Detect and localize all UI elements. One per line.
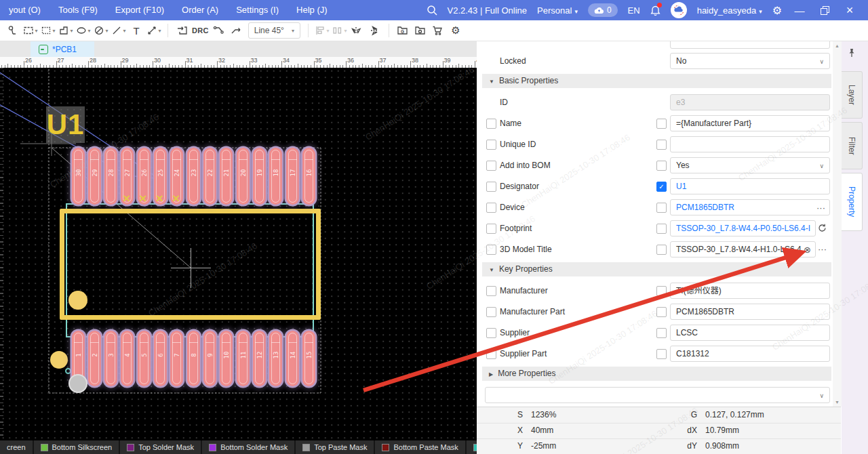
pad-22[interactable]: 22 bbox=[203, 148, 216, 205]
distribute-tool-icon[interactable]: ▾ bbox=[332, 22, 347, 39]
flip-vertical-icon[interactable] bbox=[368, 22, 382, 39]
flip-horizontal-icon[interactable] bbox=[350, 22, 365, 39]
scroll-up-icon[interactable]: ▲ bbox=[833, 43, 842, 48]
row-checkbox-device[interactable] bbox=[486, 203, 496, 213]
line-tool-icon[interactable]: ▾ bbox=[111, 22, 126, 39]
language-toggle[interactable]: EN bbox=[628, 5, 640, 16]
ellipse-tool-icon[interactable]: ▾ bbox=[76, 22, 91, 39]
partial-input[interactable] bbox=[670, 41, 830, 49]
manufacturer-input[interactable]: TI(德州仪器) bbox=[670, 283, 830, 299]
value-checkbox-designator[interactable]: ✓ bbox=[656, 182, 667, 192]
id-input[interactable]: e3 bbox=[670, 94, 830, 110]
pad-18[interactable]: 18 bbox=[269, 148, 282, 205]
side-tab-layer[interactable]: Layer bbox=[842, 71, 863, 119]
pad-10[interactable]: 10 bbox=[220, 331, 233, 386]
layer-tab-top-paste-mask[interactable]: Top Paste Mask bbox=[296, 440, 374, 454]
layer-tab-bottom-solder-mask[interactable]: Bottom Solder Mask bbox=[202, 440, 294, 454]
polygon-tool-icon[interactable]: ▾ bbox=[58, 22, 73, 39]
pad-8[interactable]: 8 bbox=[187, 331, 200, 386]
menu-item-helpj[interactable]: Help (J) bbox=[288, 0, 336, 20]
pad-28[interactable]: 28 bbox=[104, 148, 117, 205]
generate-fabrication-icon[interactable]: G bbox=[395, 22, 410, 39]
pad-12[interactable]: 12 bbox=[253, 331, 266, 386]
text-tool-icon[interactable]: T bbox=[129, 22, 144, 39]
drc-check-icon[interactable]: DRC bbox=[192, 22, 209, 39]
username-dropdown[interactable]: haidy_easyeda▾ bbox=[697, 5, 762, 16]
row-checkbox-supplier[interactable] bbox=[486, 328, 496, 338]
pad-9[interactable]: 9 bbox=[203, 331, 216, 386]
pad-4[interactable]: 4 bbox=[121, 331, 134, 386]
avatar[interactable] bbox=[671, 2, 687, 18]
align-tool-icon[interactable]: ▾ bbox=[315, 22, 330, 39]
pad-tool-icon[interactable] bbox=[5, 22, 20, 39]
row-checkbox-footprint[interactable] bbox=[486, 224, 496, 234]
designator-label[interactable]: U1 bbox=[46, 106, 85, 143]
pad-5[interactable]: 5 bbox=[138, 331, 151, 386]
unique-id-input[interactable] bbox=[670, 136, 830, 152]
value-checkbox-unique-id[interactable] bbox=[656, 140, 667, 150]
supplier-input[interactable]: LCSC bbox=[670, 325, 830, 341]
footprint-input[interactable]: TSSOP-30_L7.8-W4.4-P0.50-LS6.4-I bbox=[670, 220, 816, 236]
section-header-basic-properties[interactable]: ▼Basic Properties bbox=[482, 74, 831, 88]
layer-tab-top-as[interactable]: Top As bbox=[467, 440, 477, 454]
pad-2[interactable]: 2 bbox=[88, 331, 101, 386]
import-changes-icon[interactable] bbox=[174, 22, 189, 39]
value-checkbox-device[interactable] bbox=[656, 203, 667, 213]
route-45-tool-icon[interactable] bbox=[229, 22, 244, 39]
pad-30[interactable]: 30 bbox=[72, 148, 85, 205]
pad-14[interactable]: 14 bbox=[286, 331, 299, 386]
3d-model-title-input[interactable]: TSSOP-30_L7.8-W4.4-H1.0-LS6.4⊗ bbox=[670, 241, 816, 257]
value-checkbox-supplier-part[interactable] bbox=[656, 349, 667, 359]
plan-dropdown[interactable]: Personal▾ bbox=[537, 5, 578, 16]
layer-tab-top-solder-mask[interactable]: Top Solder Mask bbox=[120, 440, 201, 454]
section-header-key-properties[interactable]: ▼Key Properties bbox=[482, 262, 831, 276]
keepout-tool-icon[interactable]: ▾ bbox=[94, 22, 108, 39]
pad-13[interactable]: 13 bbox=[269, 331, 282, 386]
order-cart-icon[interactable] bbox=[431, 22, 446, 39]
more-options-icon[interactable]: ··· bbox=[816, 200, 825, 215]
toolbar-settings-gear-icon[interactable]: ⚙ bbox=[448, 22, 463, 39]
window-close-button[interactable]: × bbox=[842, 3, 857, 18]
more-options-icon[interactable]: ··· bbox=[818, 241, 827, 257]
pad-19[interactable]: 19 bbox=[253, 148, 266, 205]
row-checkbox-designator[interactable] bbox=[486, 182, 496, 192]
section-header-more-properties[interactable]: ▶More Properties bbox=[482, 367, 831, 381]
menu-item-youto[interactable]: yout (O) bbox=[0, 0, 50, 20]
pad-29[interactable]: 29 bbox=[88, 148, 101, 205]
row-checkbox-supplier-part[interactable] bbox=[486, 349, 496, 359]
pad-6[interactable]: 6 bbox=[154, 331, 167, 386]
value-checkbox-supplier[interactable] bbox=[656, 328, 667, 338]
export-file-icon[interactable] bbox=[413, 22, 428, 39]
refresh-footprint-icon[interactable] bbox=[818, 220, 827, 238]
value-checkbox-manufacturer[interactable] bbox=[656, 286, 667, 296]
menu-item-ordera[interactable]: Order (A) bbox=[173, 0, 227, 20]
row-checkbox-name[interactable] bbox=[486, 119, 496, 129]
add-into-bom-select[interactable]: Yes∨ bbox=[670, 157, 830, 173]
layer-tab-creen[interactable]: creen bbox=[0, 440, 33, 454]
select-region-tool-icon[interactable]: ▾ bbox=[41, 22, 56, 39]
pad-17[interactable]: 17 bbox=[286, 148, 299, 205]
locked-select[interactable]: No∨ bbox=[670, 53, 830, 69]
extra-select[interactable]: ∨ bbox=[485, 387, 830, 403]
pad-11[interactable]: 11 bbox=[237, 331, 250, 386]
panel-scrollbar[interactable]: ▲ ▼ bbox=[833, 41, 842, 407]
pcb-canvas[interactable]: 3029282726252423222120191817161234567891… bbox=[0, 68, 477, 440]
row-checkbox-add-into-bom[interactable] bbox=[486, 161, 496, 171]
pin-panel-icon[interactable] bbox=[847, 48, 856, 60]
value-checkbox-3d-model-title[interactable] bbox=[656, 245, 667, 255]
rect-tool-icon[interactable]: ▾ bbox=[23, 22, 38, 39]
side-tab-filter[interactable]: Filter bbox=[842, 122, 863, 169]
route-tool-icon[interactable] bbox=[212, 22, 226, 39]
row-checkbox-manufacturer[interactable] bbox=[486, 286, 496, 296]
scroll-down-icon[interactable]: ▼ bbox=[833, 400, 842, 405]
layer-tab-bottom-silkscreen[interactable]: Bottom Silkscreen bbox=[34, 440, 119, 454]
tab-pcb1[interactable]: *PCB1 bbox=[31, 41, 94, 57]
supplier-part-input[interactable]: C181312 bbox=[670, 346, 830, 362]
menu-item-settingsi[interactable]: Settings (I) bbox=[227, 0, 288, 20]
side-tab-property[interactable]: Property bbox=[842, 173, 863, 231]
line-angle-select[interactable]: Line 45°▾ bbox=[248, 22, 300, 39]
menu-item-exportf[interactable]: Export (F10) bbox=[106, 0, 173, 20]
value-checkbox-add-into-bom[interactable] bbox=[656, 161, 667, 171]
pad-20[interactable]: 20 bbox=[237, 148, 250, 205]
manufacturer-part-input[interactable]: PCM1865DBTR bbox=[670, 304, 830, 320]
